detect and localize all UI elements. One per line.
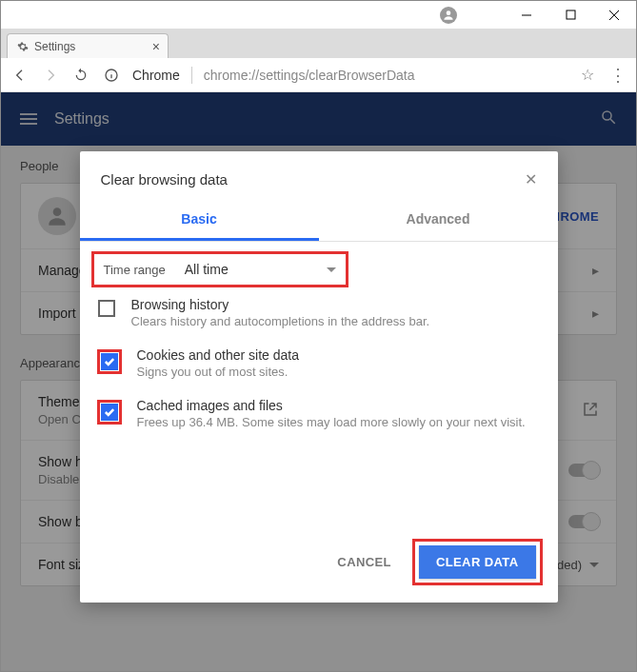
close-window-button[interactable] [592,1,636,30]
maximize-button[interactable] [548,1,592,30]
checkbox[interactable] [101,353,118,370]
option-subtitle: Clears history and autocompletions in th… [131,314,430,328]
checkbox[interactable] [101,404,118,421]
checkbox-highlight [97,400,122,425]
clear-browsing-data-dialog: Clear browsing data ✕ Basic Advanced Tim… [80,151,558,603]
time-range-select[interactable]: Time range All time [91,251,348,287]
url-origin: Chrome [132,68,180,83]
reload-button[interactable] [68,62,94,89]
window-titlebar [1,1,636,30]
clear-data-button[interactable]: CLEAR DATA [419,545,536,579]
url-path[interactable]: chrome://settings/clearBrowserData [204,68,569,83]
tab-basic[interactable]: Basic [80,200,319,241]
site-info-icon[interactable] [98,62,125,89]
checkbox-highlight [97,299,116,318]
gear-icon [17,41,29,52]
option-title: Cookies and other site data [137,347,299,363]
svg-point-0 [447,10,451,15]
svg-rect-2 [567,10,575,19]
option-title: Cached images and files [137,398,526,413]
option-subtitle: Frees up 36.4 MB. Some sites may load mo… [137,415,526,429]
back-button[interactable] [7,62,33,89]
option-title: Browsing history [131,297,430,312]
clear-data-option[interactable]: Cookies and other site dataSigns you out… [91,338,547,388]
chevron-down-icon [327,267,336,272]
tab-title: Settings [34,40,75,53]
browser-tab[interactable]: Settings × [7,33,169,58]
url-bar: Chrome chrome://settings/clearBrowserDat… [1,58,636,92]
profile-avatar-icon[interactable] [440,7,457,24]
dialog-title: Clear browsing data [101,171,228,188]
close-dialog-button[interactable]: ✕ [525,170,537,188]
forward-button [37,62,64,89]
browser-menu-icon[interactable]: ⋮ [609,65,627,86]
clear-data-highlight: CLEAR DATA [412,539,543,585]
tab-advanced[interactable]: Advanced [319,200,558,241]
checkbox[interactable] [98,300,115,317]
time-range-value: All time [185,262,327,277]
tab-strip: Settings × [1,30,636,58]
divider [191,67,192,84]
option-subtitle: Signs you out of most sites. [137,365,299,379]
minimize-button[interactable] [505,1,548,30]
cancel-button[interactable]: CANCEL [329,545,399,579]
bookmark-star-icon[interactable]: ☆ [581,66,594,84]
dialog-tabs: Basic Advanced [80,200,558,242]
modal-backdrop: Clear browsing data ✕ Basic Advanced Tim… [1,92,636,671]
checkbox-highlight [97,349,122,374]
time-range-label: Time range [104,263,166,277]
clear-data-option[interactable]: Browsing historyClears history and autoc… [91,287,547,338]
close-tab-icon[interactable]: × [152,39,160,54]
clear-data-option[interactable]: Cached images and filesFrees up 36.4 MB.… [91,388,547,439]
